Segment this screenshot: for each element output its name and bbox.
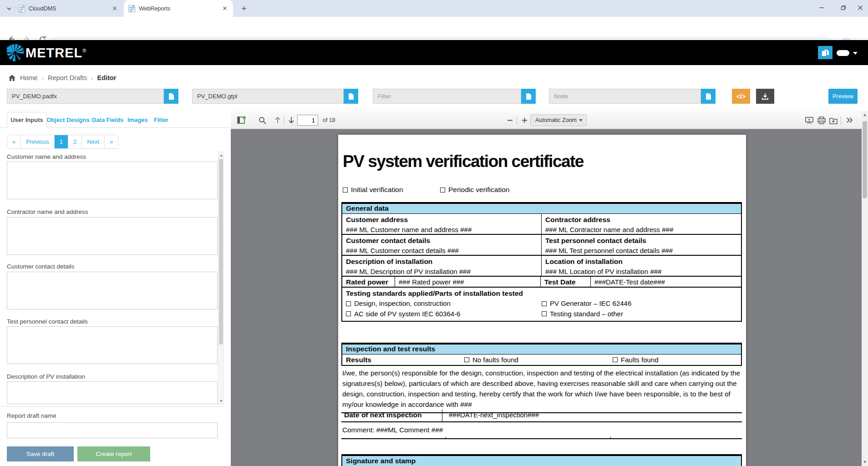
next-page-icon[interactable] [285, 114, 297, 126]
customer-name-textarea[interactable] [7, 162, 218, 199]
pagination-page-1[interactable]: 1 [55, 135, 68, 148]
checkbox-icon [346, 311, 351, 316]
padfx-file-field[interactable] [7, 89, 164, 104]
breadcrumb-separator-icon: › [91, 75, 93, 81]
search-icon[interactable] [256, 114, 268, 126]
breadcrumb-separator-icon: › [42, 75, 44, 81]
save-draft-button[interactable]: Save draft [7, 446, 74, 461]
previous-page-icon[interactable] [272, 114, 284, 126]
checkbox-icon [542, 311, 547, 316]
window-restore-button[interactable] [836, 0, 851, 15]
tab-close-icon[interactable]: ✕ [221, 5, 228, 12]
breadcrumb: Home › Report Drafts › Editor [8, 68, 117, 87]
tab-title: CloudDMS [29, 5, 111, 12]
test-personnel-textarea[interactable] [7, 326, 218, 364]
zoom-select[interactable]: Automatic Zoom [530, 114, 587, 126]
home-icon[interactable] [8, 74, 16, 81]
tab-user-inputs[interactable]: User Inputs [7, 112, 47, 128]
scroll-up-icon[interactable] [863, 114, 866, 116]
form-scrollbar[interactable] [218, 152, 224, 405]
scrollbar-thumb[interactable] [219, 159, 223, 344]
initial-verification-checkbox: Initial verification [343, 186, 403, 194]
node-field[interactable] [549, 89, 701, 104]
new-tab-button[interactable]: + [239, 3, 249, 14]
tab-object-designs[interactable]: Object Designs [46, 112, 90, 128]
gtpl-file-picker-button[interactable] [344, 89, 358, 104]
webreports-favicon-icon [128, 5, 135, 12]
tab-filter[interactable]: Filter [154, 112, 168, 128]
code-icon: </> [736, 93, 746, 100]
testing-standards-block: Testing standards applied/Parts of insta… [342, 288, 741, 321]
scrollbar-thumb[interactable] [863, 121, 867, 198]
browser-tab-webreports[interactable]: WebReports ✕ [124, 0, 233, 17]
declaration-paragraph: I/we, the person(s) responsible for the … [341, 367, 742, 413]
more-tools-icon[interactable] [843, 114, 855, 126]
tab-data-fields[interactable]: Data Fields [92, 112, 123, 128]
browser-tab-strip: CloudDMS ✕ WebReports ✕ + [0, 0, 868, 17]
print-icon[interactable] [816, 114, 827, 126]
field-label-test-personnel: Test personnel contact details [7, 318, 88, 325]
zoom-in-icon[interactable] [518, 114, 530, 126]
customer-contact-textarea[interactable] [7, 272, 218, 309]
code-editor-button[interactable]: </> [732, 89, 750, 104]
filter-file-field[interactable] [373, 89, 521, 104]
pdf-canvas[interactable]: PV system verification certificate Initi… [231, 129, 862, 466]
table-row: Description of installation### ML Descri… [342, 256, 741, 277]
preview-button[interactable]: Preview [828, 89, 858, 104]
scroll-down-icon[interactable] [220, 400, 223, 402]
header-documents-button[interactable] [818, 46, 832, 59]
sidebar-toggle-button[interactable] [235, 114, 247, 126]
create-report-button[interactable]: Create report [77, 446, 150, 461]
gtpl-file-field[interactable] [192, 89, 344, 104]
checkbox-icon [464, 357, 469, 362]
comment-line: Comment: ###ML Comment ### [342, 426, 443, 434]
pagination-last[interactable]: » [105, 135, 118, 148]
page-number-input[interactable] [297, 115, 318, 126]
field-label-customer-name: Customer name and address [7, 153, 86, 160]
tab-search-chevron-icon[interactable] [4, 3, 15, 14]
pdf-toolbar: of 18 Automatic Zoom [231, 111, 862, 129]
tab-title: WebReports [139, 5, 221, 12]
tab-close-icon[interactable]: ✕ [111, 5, 118, 12]
zoom-out-icon[interactable] [504, 114, 516, 126]
download-button[interactable] [756, 89, 774, 104]
padfx-file-picker-button[interactable] [164, 89, 178, 104]
general-data-table: General data Customer address### ML Cust… [341, 202, 742, 322]
signature-line [341, 438, 742, 441]
node-picker-button[interactable] [701, 89, 716, 104]
results-row: Results No faults found Faults found [342, 355, 741, 365]
scroll-down-icon[interactable] [863, 461, 866, 463]
contractor-name-textarea[interactable] [7, 217, 218, 255]
panel-divider [0, 406, 224, 407]
pagination-first[interactable]: « [7, 135, 21, 148]
checkbox-icon [613, 357, 618, 362]
user-name-badge[interactable] [837, 50, 849, 56]
download-icon [761, 93, 769, 100]
breadcrumb-report-drafts[interactable]: Report Drafts [48, 74, 87, 81]
browser-tab-clouddms[interactable]: CloudDMS ✕ [14, 0, 123, 17]
pagination-next[interactable]: Next [82, 135, 105, 148]
save-file-icon[interactable] [827, 114, 839, 126]
pagination: « Previous 1 2 Next » [7, 135, 118, 149]
app-header: METREL® [0, 40, 868, 65]
user-menu-caret-icon[interactable] [853, 52, 858, 55]
page-count-label: of 18 [323, 117, 335, 123]
page-scrollbar[interactable] [862, 111, 868, 466]
pagination-previous[interactable]: Previous [21, 135, 55, 148]
inspection-results-table: Inspection and test results Results No f… [341, 343, 742, 366]
tab-images[interactable]: Images [127, 112, 148, 128]
report-draft-name-input[interactable] [7, 422, 218, 438]
filter-file-picker-button[interactable] [521, 89, 536, 104]
registered-mark: ® [82, 48, 86, 53]
next-inspection-row: Date of next inspection ###DATE-next_ins… [341, 410, 742, 422]
window-minimize-button[interactable] [814, 0, 829, 15]
scroll-up-icon[interactable] [220, 154, 223, 157]
pagination-page-2[interactable]: 2 [68, 135, 82, 148]
checkbox-icon [440, 187, 445, 192]
table-row: Customer contact details### ML Customer … [342, 235, 741, 256]
signature-table: Signature and stamp [341, 454, 742, 466]
breadcrumb-home[interactable]: Home [20, 74, 38, 81]
presentation-mode-icon[interactable] [803, 114, 815, 126]
window-close-button[interactable] [853, 0, 868, 15]
pv-description-textarea[interactable] [7, 381, 218, 404]
